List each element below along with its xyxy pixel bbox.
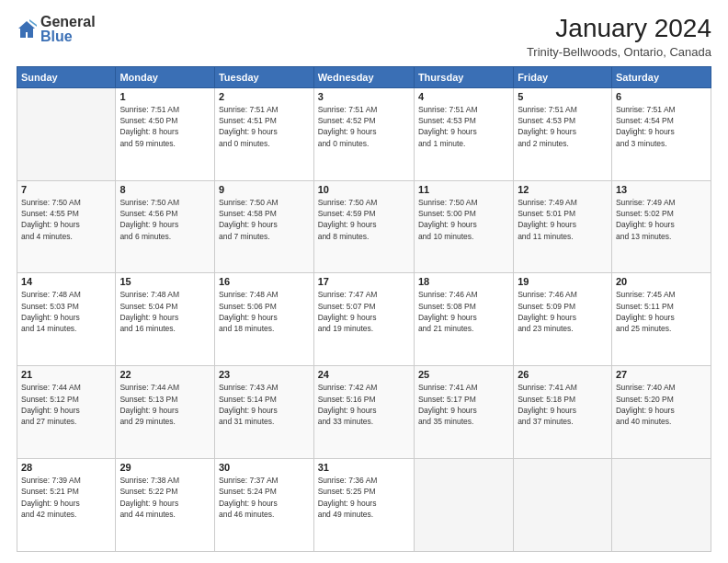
calendar-cell: 31Sunrise: 7:36 AM Sunset: 5:25 PM Dayli… xyxy=(313,459,414,552)
calendar-cell: 25Sunrise: 7:41 AM Sunset: 5:17 PM Dayli… xyxy=(414,366,513,459)
logo: General Blue xyxy=(17,15,96,44)
day-info: Sunrise: 7:48 AM Sunset: 5:03 PM Dayligh… xyxy=(21,289,111,334)
calendar-cell: 30Sunrise: 7:37 AM Sunset: 5:24 PM Dayli… xyxy=(214,459,313,552)
day-info: Sunrise: 7:51 AM Sunset: 4:51 PM Dayligh… xyxy=(219,104,310,149)
day-number: 4 xyxy=(418,91,509,102)
day-number: 7 xyxy=(21,184,111,195)
week-row-0: 1Sunrise: 7:51 AM Sunset: 4:50 PM Daylig… xyxy=(17,87,711,180)
calendar-cell: 4Sunrise: 7:51 AM Sunset: 4:53 PM Daylig… xyxy=(414,87,513,180)
calendar-cell xyxy=(611,459,711,552)
svg-marker-0 xyxy=(18,21,35,38)
day-info: Sunrise: 7:42 AM Sunset: 5:16 PM Dayligh… xyxy=(318,382,410,427)
day-number: 5 xyxy=(518,91,608,102)
day-info: Sunrise: 7:37 AM Sunset: 5:24 PM Dayligh… xyxy=(219,475,310,520)
day-number: 24 xyxy=(318,369,410,380)
day-info: Sunrise: 7:49 AM Sunset: 5:01 PM Dayligh… xyxy=(518,197,608,242)
calendar-title: January 2024 xyxy=(527,15,711,43)
day-number: 23 xyxy=(219,369,310,380)
calendar-cell: 3Sunrise: 7:51 AM Sunset: 4:52 PM Daylig… xyxy=(313,87,414,180)
weekday-tuesday: Tuesday xyxy=(214,66,313,87)
day-number: 18 xyxy=(418,276,509,287)
day-number: 25 xyxy=(418,369,509,380)
weekday-thursday: Thursday xyxy=(414,66,513,87)
day-info: Sunrise: 7:51 AM Sunset: 4:52 PM Dayligh… xyxy=(318,104,410,149)
weekday-header-row: SundayMondayTuesdayWednesdayThursdayFrid… xyxy=(17,66,711,87)
calendar-cell: 13Sunrise: 7:49 AM Sunset: 5:02 PM Dayli… xyxy=(611,180,711,273)
calendar-cell: 7Sunrise: 7:50 AM Sunset: 4:55 PM Daylig… xyxy=(17,180,116,273)
weekday-saturday: Saturday xyxy=(611,66,711,87)
day-number: 22 xyxy=(119,369,210,380)
calendar-cell: 27Sunrise: 7:40 AM Sunset: 5:20 PM Dayli… xyxy=(611,366,711,459)
day-number: 21 xyxy=(21,369,111,380)
logo-text: General Blue xyxy=(40,15,96,44)
logo-general: General xyxy=(40,14,96,29)
day-info: Sunrise: 7:45 AM Sunset: 5:11 PM Dayligh… xyxy=(616,289,707,334)
day-info: Sunrise: 7:47 AM Sunset: 5:07 PM Dayligh… xyxy=(318,289,410,334)
title-block: January 2024 Trinity-Bellwoods, Ontario,… xyxy=(527,15,711,59)
calendar-subtitle: Trinity-Bellwoods, Ontario, Canada xyxy=(527,45,711,59)
calendar-cell: 6Sunrise: 7:51 AM Sunset: 4:54 PM Daylig… xyxy=(611,87,711,180)
calendar-cell: 5Sunrise: 7:51 AM Sunset: 4:53 PM Daylig… xyxy=(514,87,612,180)
calendar-cell: 28Sunrise: 7:39 AM Sunset: 5:21 PM Dayli… xyxy=(17,459,116,552)
calendar-cell: 15Sunrise: 7:48 AM Sunset: 5:04 PM Dayli… xyxy=(116,273,215,366)
day-number: 1 xyxy=(119,91,210,102)
day-info: Sunrise: 7:48 AM Sunset: 5:06 PM Dayligh… xyxy=(219,289,310,334)
calendar-cell: 16Sunrise: 7:48 AM Sunset: 5:06 PM Dayli… xyxy=(214,273,313,366)
day-number: 19 xyxy=(518,276,608,287)
calendar-cell: 21Sunrise: 7:44 AM Sunset: 5:12 PM Dayli… xyxy=(17,366,116,459)
day-info: Sunrise: 7:50 AM Sunset: 4:58 PM Dayligh… xyxy=(219,197,310,242)
day-number: 31 xyxy=(318,462,410,473)
day-number: 14 xyxy=(21,276,111,287)
calendar-cell: 14Sunrise: 7:48 AM Sunset: 5:03 PM Dayli… xyxy=(17,273,116,366)
logo-icon xyxy=(17,19,37,40)
week-row-2: 14Sunrise: 7:48 AM Sunset: 5:03 PM Dayli… xyxy=(17,273,711,366)
day-info: Sunrise: 7:46 AM Sunset: 5:09 PM Dayligh… xyxy=(518,289,608,334)
calendar-cell: 17Sunrise: 7:47 AM Sunset: 5:07 PM Dayli… xyxy=(313,273,414,366)
day-info: Sunrise: 7:49 AM Sunset: 5:02 PM Dayligh… xyxy=(616,197,707,242)
calendar-cell: 1Sunrise: 7:51 AM Sunset: 4:50 PM Daylig… xyxy=(116,87,215,180)
calendar-cell: 19Sunrise: 7:46 AM Sunset: 5:09 PM Dayli… xyxy=(514,273,612,366)
calendar-cell: 8Sunrise: 7:50 AM Sunset: 4:56 PM Daylig… xyxy=(116,180,215,273)
calendar-table: SundayMondayTuesdayWednesdayThursdayFrid… xyxy=(17,66,711,552)
day-info: Sunrise: 7:48 AM Sunset: 5:04 PM Dayligh… xyxy=(119,289,210,334)
week-row-1: 7Sunrise: 7:50 AM Sunset: 4:55 PM Daylig… xyxy=(17,180,711,273)
weekday-sunday: Sunday xyxy=(17,66,116,87)
calendar-cell: 10Sunrise: 7:50 AM Sunset: 4:59 PM Dayli… xyxy=(313,180,414,273)
day-info: Sunrise: 7:50 AM Sunset: 4:56 PM Dayligh… xyxy=(119,197,210,242)
header: General Blue January 2024 Trinity-Bellwo… xyxy=(17,15,711,59)
day-info: Sunrise: 7:51 AM Sunset: 4:53 PM Dayligh… xyxy=(518,104,608,149)
day-number: 17 xyxy=(318,276,410,287)
calendar-cell: 24Sunrise: 7:42 AM Sunset: 5:16 PM Dayli… xyxy=(313,366,414,459)
calendar-cell xyxy=(514,459,612,552)
day-number: 2 xyxy=(219,91,310,102)
calendar-cell: 2Sunrise: 7:51 AM Sunset: 4:51 PM Daylig… xyxy=(214,87,313,180)
day-info: Sunrise: 7:41 AM Sunset: 5:17 PM Dayligh… xyxy=(418,382,509,427)
calendar-cell: 12Sunrise: 7:49 AM Sunset: 5:01 PM Dayli… xyxy=(514,180,612,273)
day-number: 29 xyxy=(119,462,210,473)
day-info: Sunrise: 7:50 AM Sunset: 5:00 PM Dayligh… xyxy=(418,197,509,242)
day-info: Sunrise: 7:50 AM Sunset: 4:55 PM Dayligh… xyxy=(21,197,111,242)
day-number: 30 xyxy=(219,462,310,473)
calendar-cell: 26Sunrise: 7:41 AM Sunset: 5:18 PM Dayli… xyxy=(514,366,612,459)
day-info: Sunrise: 7:44 AM Sunset: 5:13 PM Dayligh… xyxy=(119,382,210,427)
day-number: 3 xyxy=(318,91,410,102)
day-number: 13 xyxy=(616,184,707,195)
day-number: 9 xyxy=(219,184,310,195)
calendar-header: SundayMondayTuesdayWednesdayThursdayFrid… xyxy=(17,66,711,87)
day-info: Sunrise: 7:39 AM Sunset: 5:21 PM Dayligh… xyxy=(21,475,111,520)
day-info: Sunrise: 7:50 AM Sunset: 4:59 PM Dayligh… xyxy=(318,197,410,242)
day-info: Sunrise: 7:40 AM Sunset: 5:20 PM Dayligh… xyxy=(616,382,707,427)
calendar-cell xyxy=(17,87,116,180)
day-info: Sunrise: 7:51 AM Sunset: 4:54 PM Dayligh… xyxy=(616,104,707,149)
weekday-wednesday: Wednesday xyxy=(313,66,414,87)
day-number: 28 xyxy=(21,462,111,473)
day-info: Sunrise: 7:36 AM Sunset: 5:25 PM Dayligh… xyxy=(318,475,410,520)
weekday-monday: Monday xyxy=(116,66,215,87)
day-info: Sunrise: 7:46 AM Sunset: 5:08 PM Dayligh… xyxy=(418,289,509,334)
weekday-friday: Friday xyxy=(514,66,612,87)
page: General Blue January 2024 Trinity-Bellwo… xyxy=(0,0,728,563)
day-number: 16 xyxy=(219,276,310,287)
week-row-4: 28Sunrise: 7:39 AM Sunset: 5:21 PM Dayli… xyxy=(17,459,711,552)
calendar-cell: 11Sunrise: 7:50 AM Sunset: 5:00 PM Dayli… xyxy=(414,180,513,273)
day-info: Sunrise: 7:51 AM Sunset: 4:53 PM Dayligh… xyxy=(418,104,509,149)
